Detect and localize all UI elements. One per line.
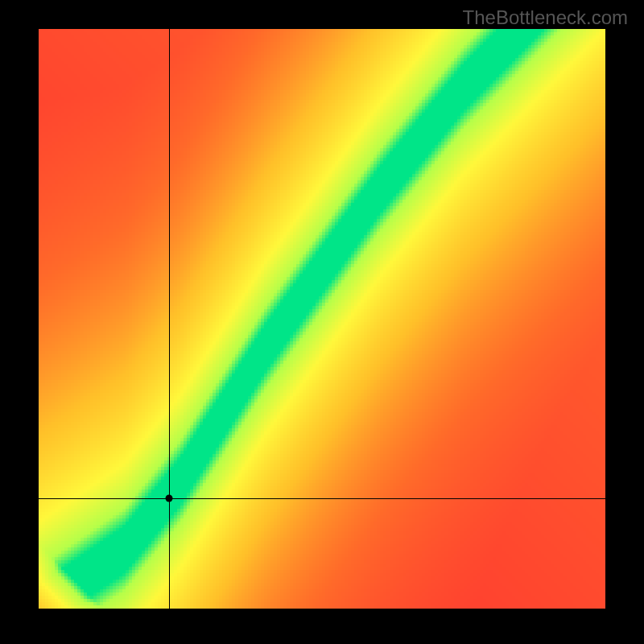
plot-area — [39, 29, 605, 609]
crosshair-horizontal — [39, 498, 605, 499]
heatmap-canvas — [39, 29, 605, 609]
crosshair-vertical — [169, 29, 170, 609]
marker-dot — [165, 495, 172, 502]
watermark-text: TheBottleneck.com — [463, 6, 628, 29]
chart-container: TheBottleneck.com — [0, 0, 644, 644]
